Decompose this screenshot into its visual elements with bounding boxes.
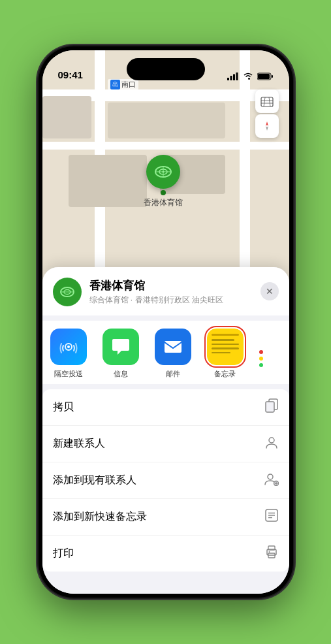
status-icons [227,72,274,80]
notes-app-icon [207,329,244,365]
compass-button[interactable] [255,114,279,138]
svg-marker-9 [266,126,268,131]
add-contact-icon [264,472,279,489]
stadium-icon [153,161,174,182]
venue-header: 香港体育馆 综合体育馆 · 香港特别行政区 油尖旺区 ✕ [42,267,289,315]
svg-point-24 [268,474,273,479]
venue-info: 香港体育馆 综合体育馆 · 香港特别行政区 油尖旺区 [89,278,279,306]
share-item-mail[interactable]: 邮件 [147,329,199,379]
svg-point-14 [162,171,164,173]
menu-item-add-contact[interactable]: 添加到现有联系人 [42,462,289,499]
map-controls[interactable] [255,89,279,138]
venue-stadium-icon [58,283,76,301]
svg-rect-6 [272,75,273,78]
menu-item-print[interactable]: 打印 [42,536,289,572]
phone-screen: 09:41 [42,50,289,594]
phone-frame: 09:41 [39,46,293,598]
copy-label: 拷贝 [53,400,74,414]
svg-rect-2 [233,74,235,81]
menu-item-new-contact[interactable]: 新建联系人 [42,426,289,462]
add-contact-label: 添加到现有联系人 [53,474,136,487]
new-contact-label: 新建联系人 [53,437,105,451]
map-icon [260,95,274,108]
pin-label: 香港体育馆 [144,197,183,208]
share-item-notes[interactable]: 备忘录 [199,329,251,379]
pin-dot [161,190,166,195]
svg-rect-20 [165,341,181,353]
airdrop-label: 隔空投送 [54,369,83,379]
message-label: 信息 [114,369,128,379]
svg-point-23 [269,438,274,443]
more-dots [259,350,263,367]
status-time: 09:41 [58,69,83,80]
airdrop-icon [58,336,79,357]
menu-section: 拷贝 新建联系人 [42,389,289,572]
venue-subtitle: 综合体育馆 · 香港特别行政区 油尖旺区 [89,295,279,306]
venue-name: 香港体育馆 [89,278,279,293]
svg-rect-22 [266,402,274,412]
svg-point-19 [67,346,70,348]
airdrop-icon-wrap [50,329,87,365]
svg-point-35 [268,551,270,553]
svg-rect-3 [236,72,238,80]
print-label: 打印 [53,547,74,560]
menu-item-quick-note[interactable]: 添加到新快速备忘录 [42,499,289,536]
copy-icon [264,398,279,416]
svg-rect-5 [258,74,270,79]
map-type-button[interactable] [255,89,279,113]
mail-label: 邮件 [166,369,180,379]
pin-circle [146,155,180,189]
share-item-airdrop[interactable]: 隔空投送 [42,329,95,379]
battery-icon [257,72,274,80]
quick-note-icon [264,508,279,526]
notes-icon-wrap [207,329,244,365]
dynamic-island [127,58,205,80]
svg-rect-7 [261,97,273,106]
quick-note-label: 添加到新快速备忘录 [53,510,147,524]
signal-icon [227,72,239,80]
mail-icon [162,336,184,358]
compass-icon [261,120,273,132]
share-item-message[interactable]: 信息 [95,329,147,379]
share-row: 隔空投送 信息 [42,321,289,384]
svg-rect-1 [230,76,232,80]
mail-icon-wrap [155,329,191,365]
message-icon-wrap [102,329,139,365]
venue-close-button[interactable]: ✕ [260,282,279,300]
svg-marker-8 [266,121,268,126]
svg-rect-0 [227,78,229,80]
menu-item-copy[interactable]: 拷贝 [42,389,289,426]
stadium-pin[interactable]: 香港体育馆 [144,155,183,208]
share-item-more[interactable] [251,341,271,367]
venue-icon [53,278,82,306]
new-contact-icon [264,435,279,453]
message-icon [110,336,132,357]
bottom-sheet: 香港体育馆 综合体育馆 · 香港特别行政区 油尖旺区 ✕ [42,267,289,594]
wifi-icon [243,72,253,80]
notes-label: 备忘录 [214,369,236,379]
print-icon [264,545,279,562]
